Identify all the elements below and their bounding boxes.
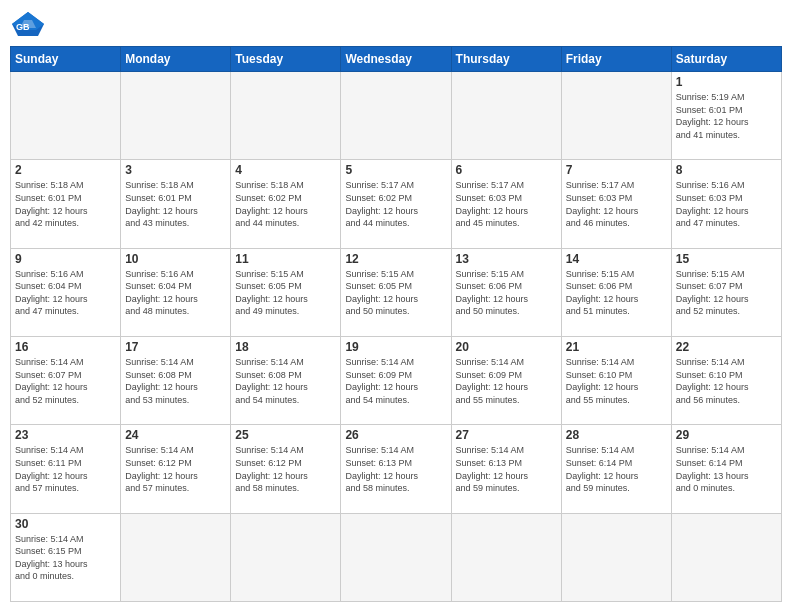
day-number: 5 — [345, 163, 446, 177]
day-number: 16 — [15, 340, 116, 354]
calendar-cell: 1Sunrise: 5:19 AM Sunset: 6:01 PM Daylig… — [671, 72, 781, 160]
calendar-cell: 29Sunrise: 5:14 AM Sunset: 6:14 PM Dayli… — [671, 425, 781, 513]
day-number: 6 — [456, 163, 557, 177]
day-info: Sunrise: 5:15 AM Sunset: 6:05 PM Dayligh… — [345, 268, 446, 318]
calendar-cell: 30Sunrise: 5:14 AM Sunset: 6:15 PM Dayli… — [11, 513, 121, 601]
day-info: Sunrise: 5:18 AM Sunset: 6:01 PM Dayligh… — [15, 179, 116, 229]
day-header-friday: Friday — [561, 47, 671, 72]
day-header-saturday: Saturday — [671, 47, 781, 72]
calendar-cell: 7Sunrise: 5:17 AM Sunset: 6:03 PM Daylig… — [561, 160, 671, 248]
calendar-cell: 17Sunrise: 5:14 AM Sunset: 6:08 PM Dayli… — [121, 336, 231, 424]
day-info: Sunrise: 5:15 AM Sunset: 6:05 PM Dayligh… — [235, 268, 336, 318]
day-info: Sunrise: 5:14 AM Sunset: 6:14 PM Dayligh… — [566, 444, 667, 494]
day-number: 13 — [456, 252, 557, 266]
calendar-cell: 4Sunrise: 5:18 AM Sunset: 6:02 PM Daylig… — [231, 160, 341, 248]
day-info: Sunrise: 5:17 AM Sunset: 6:03 PM Dayligh… — [456, 179, 557, 229]
day-number: 21 — [566, 340, 667, 354]
calendar-cell: 18Sunrise: 5:14 AM Sunset: 6:08 PM Dayli… — [231, 336, 341, 424]
day-info: Sunrise: 5:14 AM Sunset: 6:09 PM Dayligh… — [456, 356, 557, 406]
day-number: 11 — [235, 252, 336, 266]
calendar-cell: 14Sunrise: 5:15 AM Sunset: 6:06 PM Dayli… — [561, 248, 671, 336]
day-number: 12 — [345, 252, 446, 266]
day-info: Sunrise: 5:19 AM Sunset: 6:01 PM Dayligh… — [676, 91, 777, 141]
day-header-sunday: Sunday — [11, 47, 121, 72]
page: GB SundayMondayTuesdayWednesdayThursdayF… — [0, 0, 792, 612]
day-number: 9 — [15, 252, 116, 266]
day-info: Sunrise: 5:15 AM Sunset: 6:07 PM Dayligh… — [676, 268, 777, 318]
calendar-cell — [451, 513, 561, 601]
day-number: 10 — [125, 252, 226, 266]
calendar-cell: 28Sunrise: 5:14 AM Sunset: 6:14 PM Dayli… — [561, 425, 671, 513]
calendar-cell: 9Sunrise: 5:16 AM Sunset: 6:04 PM Daylig… — [11, 248, 121, 336]
day-header-monday: Monday — [121, 47, 231, 72]
day-info: Sunrise: 5:14 AM Sunset: 6:10 PM Dayligh… — [676, 356, 777, 406]
calendar-cell — [561, 72, 671, 160]
day-header-wednesday: Wednesday — [341, 47, 451, 72]
day-number: 3 — [125, 163, 226, 177]
day-info: Sunrise: 5:18 AM Sunset: 6:01 PM Dayligh… — [125, 179, 226, 229]
day-info: Sunrise: 5:14 AM Sunset: 6:09 PM Dayligh… — [345, 356, 446, 406]
day-number: 27 — [456, 428, 557, 442]
calendar-cell: 5Sunrise: 5:17 AM Sunset: 6:02 PM Daylig… — [341, 160, 451, 248]
calendar-cell — [561, 513, 671, 601]
calendar-cell — [451, 72, 561, 160]
day-number: 20 — [456, 340, 557, 354]
day-number: 22 — [676, 340, 777, 354]
day-number: 19 — [345, 340, 446, 354]
calendar: SundayMondayTuesdayWednesdayThursdayFrid… — [10, 46, 782, 602]
day-number: 18 — [235, 340, 336, 354]
day-number: 7 — [566, 163, 667, 177]
logo: GB — [10, 10, 50, 38]
day-info: Sunrise: 5:17 AM Sunset: 6:02 PM Dayligh… — [345, 179, 446, 229]
calendar-cell — [341, 72, 451, 160]
header: GB — [10, 10, 782, 38]
calendar-cell — [231, 72, 341, 160]
day-info: Sunrise: 5:17 AM Sunset: 6:03 PM Dayligh… — [566, 179, 667, 229]
calendar-cell: 6Sunrise: 5:17 AM Sunset: 6:03 PM Daylig… — [451, 160, 561, 248]
calendar-cell: 26Sunrise: 5:14 AM Sunset: 6:13 PM Dayli… — [341, 425, 451, 513]
logo-icon: GB — [10, 10, 46, 38]
day-info: Sunrise: 5:14 AM Sunset: 6:13 PM Dayligh… — [345, 444, 446, 494]
day-number: 15 — [676, 252, 777, 266]
day-info: Sunrise: 5:14 AM Sunset: 6:15 PM Dayligh… — [15, 533, 116, 583]
day-info: Sunrise: 5:14 AM Sunset: 6:08 PM Dayligh… — [235, 356, 336, 406]
day-number: 29 — [676, 428, 777, 442]
calendar-cell: 13Sunrise: 5:15 AM Sunset: 6:06 PM Dayli… — [451, 248, 561, 336]
day-number: 14 — [566, 252, 667, 266]
calendar-cell: 24Sunrise: 5:14 AM Sunset: 6:12 PM Dayli… — [121, 425, 231, 513]
calendar-cell: 15Sunrise: 5:15 AM Sunset: 6:07 PM Dayli… — [671, 248, 781, 336]
day-info: Sunrise: 5:18 AM Sunset: 6:02 PM Dayligh… — [235, 179, 336, 229]
calendar-cell: 11Sunrise: 5:15 AM Sunset: 6:05 PM Dayli… — [231, 248, 341, 336]
day-number: 26 — [345, 428, 446, 442]
day-info: Sunrise: 5:14 AM Sunset: 6:10 PM Dayligh… — [566, 356, 667, 406]
day-info: Sunrise: 5:16 AM Sunset: 6:03 PM Dayligh… — [676, 179, 777, 229]
day-info: Sunrise: 5:16 AM Sunset: 6:04 PM Dayligh… — [15, 268, 116, 318]
day-number: 28 — [566, 428, 667, 442]
calendar-cell: 19Sunrise: 5:14 AM Sunset: 6:09 PM Dayli… — [341, 336, 451, 424]
calendar-cell — [121, 513, 231, 601]
calendar-cell: 20Sunrise: 5:14 AM Sunset: 6:09 PM Dayli… — [451, 336, 561, 424]
calendar-cell — [121, 72, 231, 160]
day-info: Sunrise: 5:14 AM Sunset: 6:14 PM Dayligh… — [676, 444, 777, 494]
day-info: Sunrise: 5:14 AM Sunset: 6:12 PM Dayligh… — [235, 444, 336, 494]
calendar-cell: 22Sunrise: 5:14 AM Sunset: 6:10 PM Dayli… — [671, 336, 781, 424]
calendar-cell: 23Sunrise: 5:14 AM Sunset: 6:11 PM Dayli… — [11, 425, 121, 513]
day-header-thursday: Thursday — [451, 47, 561, 72]
calendar-cell — [341, 513, 451, 601]
calendar-cell: 10Sunrise: 5:16 AM Sunset: 6:04 PM Dayli… — [121, 248, 231, 336]
day-info: Sunrise: 5:14 AM Sunset: 6:11 PM Dayligh… — [15, 444, 116, 494]
day-info: Sunrise: 5:14 AM Sunset: 6:13 PM Dayligh… — [456, 444, 557, 494]
calendar-cell — [231, 513, 341, 601]
calendar-cell: 21Sunrise: 5:14 AM Sunset: 6:10 PM Dayli… — [561, 336, 671, 424]
calendar-cell: 8Sunrise: 5:16 AM Sunset: 6:03 PM Daylig… — [671, 160, 781, 248]
day-info: Sunrise: 5:15 AM Sunset: 6:06 PM Dayligh… — [456, 268, 557, 318]
day-number: 8 — [676, 163, 777, 177]
calendar-cell: 12Sunrise: 5:15 AM Sunset: 6:05 PM Dayli… — [341, 248, 451, 336]
day-number: 23 — [15, 428, 116, 442]
calendar-cell: 27Sunrise: 5:14 AM Sunset: 6:13 PM Dayli… — [451, 425, 561, 513]
calendar-cell: 3Sunrise: 5:18 AM Sunset: 6:01 PM Daylig… — [121, 160, 231, 248]
day-number: 17 — [125, 340, 226, 354]
day-info: Sunrise: 5:14 AM Sunset: 6:08 PM Dayligh… — [125, 356, 226, 406]
day-number: 4 — [235, 163, 336, 177]
calendar-cell — [11, 72, 121, 160]
